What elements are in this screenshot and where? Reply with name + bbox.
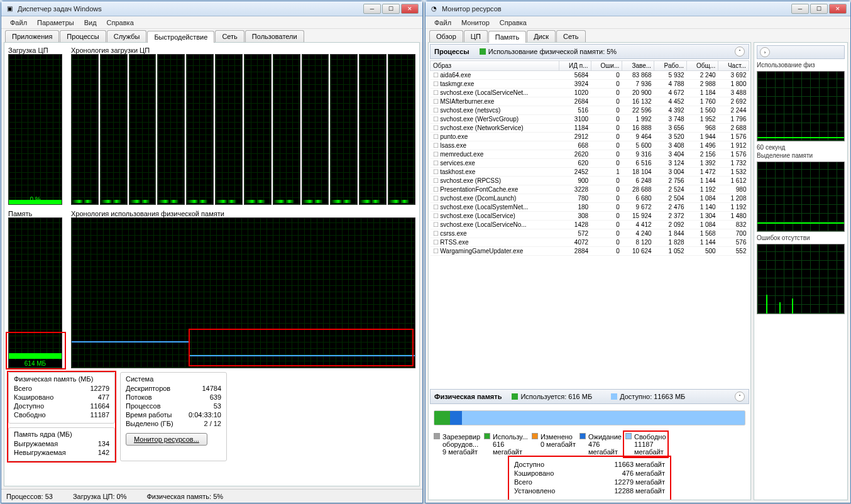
cpu-percent-value: 0 % xyxy=(9,196,62,203)
table-row[interactable]: svchost.exe (WerSvcGroup)310001 9923 748… xyxy=(431,115,749,124)
tm-app-icon: ▣ xyxy=(5,4,14,13)
cpu-history-charts xyxy=(71,54,415,205)
table-row[interactable]: svchost.exe (NetworkService)1184016 8883… xyxy=(431,124,749,133)
highlight-box-icon xyxy=(189,329,414,366)
tm-maximize-button[interactable]: ☐ xyxy=(382,4,400,14)
processes-section-header[interactable]: Процессы Использование физической памяти… xyxy=(430,44,749,59)
tab-users[interactable]: Пользователи xyxy=(245,30,304,42)
status-memory: Физическая память: 5% xyxy=(146,493,223,500)
tab-processes[interactable]: Процессы xyxy=(60,30,106,42)
table-row[interactable]: lsass.exe66805 6003 4081 4961 912 xyxy=(431,141,749,150)
legend-item: Изменено0 мегабайт xyxy=(532,433,576,456)
membar-segment xyxy=(434,411,450,425)
rm-close-button[interactable]: ✕ xyxy=(829,4,847,14)
tm-title: Диспетчер задач Windows xyxy=(18,5,362,13)
tm-titlebar[interactable]: ▣ Диспетчер задач Windows ─ ☐ ✕ xyxy=(1,1,422,16)
highlight-box-icon xyxy=(6,332,66,370)
table-row[interactable]: svchost.exe (LocalService)308015 9242 37… xyxy=(431,212,749,221)
tm-menubar: Файл Параметры Вид Справка xyxy=(1,16,422,29)
rm-menu-help[interactable]: Справка xyxy=(495,18,532,28)
tab-services[interactable]: Службы xyxy=(107,30,147,42)
tm-menu-view[interactable]: Вид xyxy=(79,18,102,28)
table-row[interactable]: aida64.exe5684083 8685 9322 2403 692 xyxy=(431,71,749,80)
highlight-box-icon xyxy=(623,430,669,458)
rm-side-panel: › Использование физ 60 секунд Выделение … xyxy=(754,42,848,500)
rm-tab-overview[interactable]: Обзор xyxy=(429,30,463,42)
table-column-header[interactable]: Оши... xyxy=(591,61,622,71)
process-table[interactable]: ОбразИД п...Оши...Заве...Рабо...Общ...Ча… xyxy=(430,60,749,388)
table-row[interactable]: memreduct.exe262009 3163 4042 1561 576 xyxy=(431,150,749,159)
tm-menu-file[interactable]: Файл xyxy=(5,18,32,28)
rm-titlebar[interactable]: ◔ Монитор ресурсов ─ ☐ ✕ xyxy=(426,1,850,16)
status-processes: Процессов: 53 xyxy=(6,493,53,500)
system-panel: Система Дескрипторов14784 Потоков639 Про… xyxy=(120,372,227,461)
rm-tab-disk[interactable]: Диск xyxy=(527,30,556,42)
table-row[interactable]: PresentationFontCache.exe3228028 6882 52… xyxy=(431,185,749,194)
status-cpu: Загрузка ЦП: 0% xyxy=(73,493,127,500)
table-column-header[interactable]: Образ xyxy=(431,61,559,71)
table-column-header[interactable]: Общ... xyxy=(687,61,718,71)
table-row[interactable]: taskmgr.exe392407 9364 7882 9881 800 xyxy=(431,80,749,89)
tm-close-button[interactable]: ✕ xyxy=(401,4,419,14)
tm-menu-help[interactable]: Справка xyxy=(102,18,139,28)
available-chip-icon xyxy=(611,393,617,400)
rm-title: Монитор ресурсов xyxy=(442,5,790,13)
table-row[interactable]: svchost.exe (LocalServiceNo...142804 412… xyxy=(431,221,749,229)
table-row[interactable]: csrss.exe57204 2401 8441 568700 xyxy=(431,229,749,238)
table-row[interactable]: taskhost.exe2452118 1043 0041 4721 532 xyxy=(431,168,749,177)
tab-applications[interactable]: Приложения xyxy=(5,30,59,42)
table-row[interactable]: svchost.exe (LocalServiceNet...1020020 9… xyxy=(431,89,749,97)
tm-menu-options[interactable]: Параметры xyxy=(32,18,79,28)
table-row[interactable]: punto.exe291209 4643 5201 9441 576 xyxy=(431,133,749,141)
mem-used-stat: Используется: 616 МБ xyxy=(520,393,592,400)
expand-chevron-icon[interactable]: › xyxy=(760,47,770,57)
tab-performance[interactable]: Быстродействие xyxy=(147,31,214,43)
collapse-chevron-icon[interactable]: ˄ xyxy=(735,47,745,57)
tm-minimize-button[interactable]: ─ xyxy=(363,4,381,14)
table-row[interactable]: RTSS.exe407208 1201 8281 144576 xyxy=(431,238,749,247)
table-row[interactable]: svchost.exe (RPCSS)90006 2482 7561 1441 … xyxy=(431,177,749,185)
rm-maximize-button[interactable]: ☐ xyxy=(810,4,828,14)
resource-monitor-window: ◔ Монитор ресурсов ─ ☐ ✕ Файл Монитор Сп… xyxy=(425,1,851,503)
side-label-60sec: 60 секунд xyxy=(757,144,845,151)
membar-segment xyxy=(450,411,462,425)
tab-network[interactable]: Сеть xyxy=(215,30,244,42)
collapse-chevron-icon[interactable]: ˄ xyxy=(735,392,745,402)
tm-statusbar: Процессов: 53 Загрузка ЦП: 0% Физическая… xyxy=(1,489,422,503)
table-row[interactable]: WargamingGameUpdater.exe2884010 6241 052… xyxy=(431,247,749,256)
tm-performance-panel: Загрузка ЦП 0 % Хронология загрузки ЦП П… xyxy=(4,42,420,486)
legend-item: Свободно11187мегабайт xyxy=(625,433,666,456)
rm-tab-cpu[interactable]: ЦП xyxy=(464,30,488,42)
table-row[interactable]: svchost.exe (netsvcs)516022 5964 3921 56… xyxy=(431,106,749,115)
table-column-header[interactable]: Заве... xyxy=(622,61,654,71)
rm-tab-network[interactable]: Сеть xyxy=(556,30,585,42)
side-expand-header[interactable]: › xyxy=(757,45,845,59)
rm-menu-monitor[interactable]: Монитор xyxy=(456,18,495,28)
rm-menu-file[interactable]: Файл xyxy=(429,18,456,28)
rm-minimize-button[interactable]: ─ xyxy=(791,4,809,14)
memory-history-chart xyxy=(71,217,415,368)
rm-app-icon: ◔ xyxy=(429,4,438,13)
tm-tabbar: Приложения Процессы Службы Быстродействи… xyxy=(1,29,422,42)
side-label-commit: Выделение памяти xyxy=(757,152,845,159)
side-chart-phys-mem xyxy=(757,71,845,141)
memory-label: Память xyxy=(8,210,65,217)
table-row[interactable]: services.exe62006 5163 1241 3921 732 xyxy=(431,159,749,168)
rm-main-panel: Процессы Использование физической памяти… xyxy=(428,42,751,500)
table-row[interactable]: MSIAfterburner.exe2684016 1324 4521 7602… xyxy=(431,97,749,106)
memory-legend: Зарезервироборудов...9 мегабайтИспользу.… xyxy=(434,433,745,456)
table-column-header[interactable]: Рабо... xyxy=(654,61,687,71)
table-row[interactable]: svchost.exe (LocalSystemNet...18009 6722… xyxy=(431,203,749,212)
rm-tab-memory[interactable]: Память xyxy=(488,31,526,43)
cpu-usage-label: Загрузка ЦП xyxy=(8,47,65,54)
table-column-header[interactable]: ИД п... xyxy=(559,61,591,71)
legend-item: Ожидание476мегабайт xyxy=(579,433,622,456)
rm-menubar: Файл Монитор Справка xyxy=(426,16,850,29)
resource-monitor-button[interactable]: Монитор ресурсов... xyxy=(126,433,207,446)
physical-memory-section-header[interactable]: Физическая память Используется: 616 МБ Д… xyxy=(430,389,749,404)
highlight-box-icon xyxy=(7,371,116,463)
table-row[interactable]: svchost.exe (DcomLaunch)78006 6802 5041 … xyxy=(431,194,749,203)
legend-item: Использу...616мегабайт xyxy=(484,433,528,456)
membar-segment xyxy=(462,411,745,425)
table-column-header[interactable]: Част... xyxy=(718,61,749,71)
